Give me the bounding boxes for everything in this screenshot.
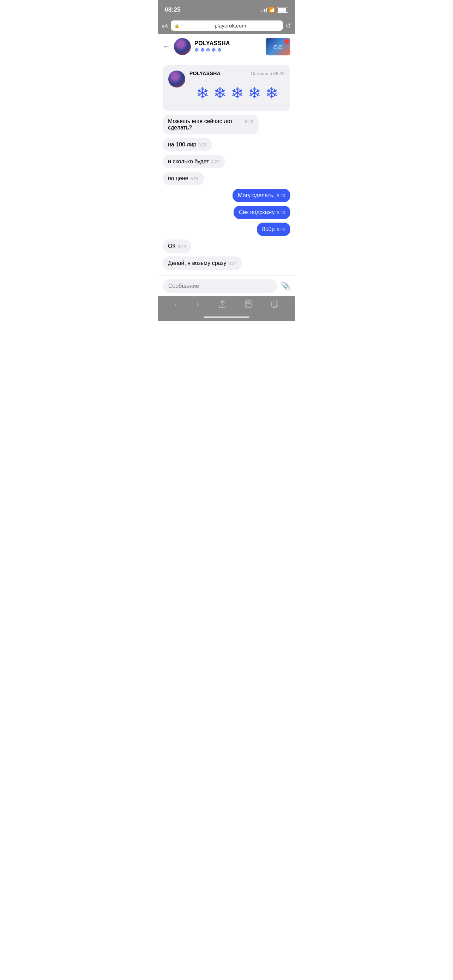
msg-time: 8:21 (191, 177, 199, 181)
msg-text: Можешь еще сейчас лот сделать? (168, 118, 243, 131)
battery-icon: 98 (277, 7, 288, 13)
chat-header: ← POLYASSHA ❄❄❄❄❄ 50 TRY App Store (158, 34, 295, 59)
chat-body: POLYASSHA Сегодня в 08:20 ❄ ❄ ❄ ❄ ❄ Може… (158, 59, 295, 275)
msg-time: 8:20 (245, 119, 253, 124)
header-thumbnail[interactable]: 50 TRY App Store (265, 38, 290, 56)
msg-text: на 100 лир (168, 142, 197, 148)
share-button[interactable] (219, 300, 226, 308)
msg-time: 8:23 (277, 193, 285, 198)
sent-msg-3: 850р 8:24 (257, 223, 290, 236)
msg-text: Делай, я возьму сразу (168, 260, 226, 266)
snowflake-3: ❄ (231, 84, 244, 102)
thumb-badge (285, 39, 289, 44)
url-text: playerok.com (181, 22, 280, 29)
snowflakes-row: ❄ ❄ ❄ ❄ ❄ (189, 80, 285, 105)
sent-msg-2: Сек подскажу 8:23 (234, 206, 290, 219)
received-msg-1: Можешь еще сейчас лот сделать? 8:20 (163, 115, 259, 134)
received-msg-2: на 100 лир 8:21 (163, 138, 212, 151)
message-input[interactable] (163, 279, 277, 293)
browser-bottom-bar: ‹ › (158, 296, 295, 315)
msg-text: и сколько будет (168, 158, 209, 165)
received-msg-6: Делай, я возьму сразу 8:24 (163, 256, 242, 270)
snowflake-2: ❄ (213, 84, 227, 102)
nav-back-button[interactable]: ‹ (175, 300, 177, 308)
snowflake-5: ❄ (265, 84, 278, 102)
snowflake-4: ❄ (248, 84, 261, 102)
status-time: 08:25 (165, 6, 181, 13)
msg-time: 8:23 (277, 210, 285, 215)
polyassha-card-message: POLYASSHA Сегодня в 08:20 ❄ ❄ ❄ ❄ ❄ (163, 65, 290, 111)
tabs-button[interactable] (271, 301, 278, 308)
msg-text: Сек подскажу (239, 209, 275, 216)
card-username: POLYASSHA (189, 70, 221, 76)
status-bar: 08:25 📶 98 (158, 0, 295, 18)
browser-bar: a A 🔒 playerok.com ↺ (158, 18, 295, 34)
lock-icon: 🔒 (174, 23, 180, 28)
url-bar[interactable]: 🔒 playerok.com (171, 21, 283, 31)
chat-input-area: 📎 (158, 275, 295, 296)
msg-text: ОК (168, 243, 176, 250)
home-bar (203, 317, 250, 318)
back-button[interactable]: ← (163, 42, 170, 51)
received-msg-4: по цене 8:21 (163, 172, 204, 185)
text-size-control[interactable]: a A (162, 22, 168, 29)
refresh-button[interactable]: ↺ (286, 22, 291, 30)
sent-msg-1: Могу сделать, 8:23 (232, 189, 290, 202)
card-time: Сегодня в 08:20 (251, 71, 285, 76)
wifi-icon: 📶 (269, 7, 275, 13)
msg-time: 8:24 (228, 261, 236, 266)
signal-icon (261, 7, 267, 12)
msg-text: Могу сделать, (238, 192, 275, 199)
card-avatar (168, 70, 185, 88)
msg-time: 8:24 (178, 244, 186, 249)
msg-text: по цене (168, 175, 188, 182)
msg-time: 8:21 (199, 143, 207, 148)
msg-time: 8:21 (211, 159, 219, 164)
snowflake-1: ❄ (196, 84, 209, 102)
header-info: POLYASSHA ❄❄❄❄❄ (194, 40, 262, 53)
home-indicator (158, 315, 295, 321)
attach-button[interactable]: 📎 (281, 282, 290, 291)
nav-forward-button[interactable]: › (197, 300, 199, 308)
header-avatar (174, 38, 191, 55)
header-username: POLYASSHA (194, 40, 262, 46)
msg-text: 850р (262, 226, 275, 232)
received-msg-5: ОК 8:24 (163, 240, 191, 253)
bookmarks-button[interactable] (245, 300, 251, 308)
svg-rect-0 (246, 301, 251, 308)
msg-time: 8:24 (277, 227, 285, 232)
status-icons: 📶 98 (261, 7, 288, 13)
card-body: POLYASSHA Сегодня в 08:20 ❄ ❄ ❄ ❄ ❄ (189, 70, 285, 105)
received-msg-3: и сколько будет 8:21 (163, 155, 225, 168)
header-status: ❄❄❄❄❄ (194, 46, 262, 53)
